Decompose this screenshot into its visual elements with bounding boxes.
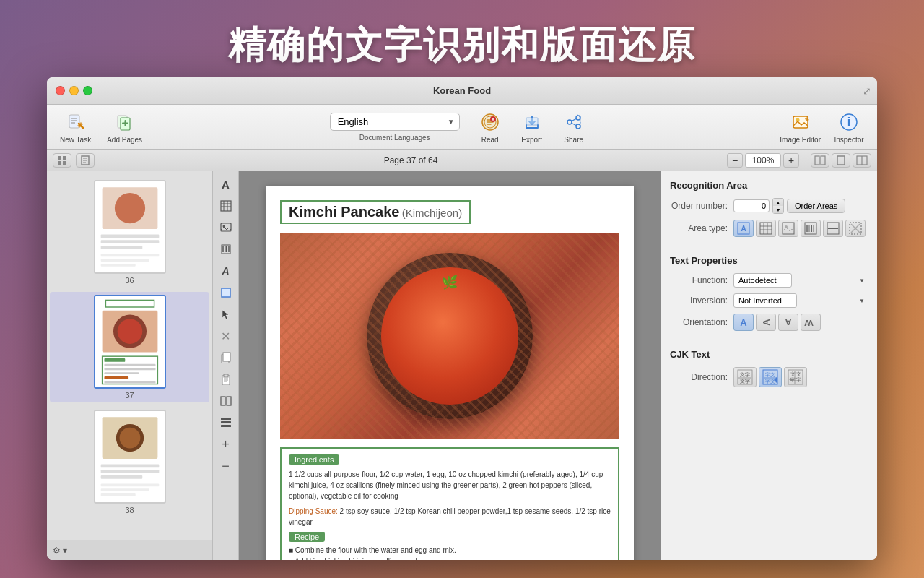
svg-rect-29 xyxy=(815,156,819,165)
clipboard-tool[interactable] xyxy=(216,369,236,389)
svg-rect-62 xyxy=(100,483,159,486)
window-controls xyxy=(56,86,92,95)
zoom-in-btn[interactable]: + xyxy=(783,153,799,168)
order-number-input[interactable] xyxy=(733,199,770,212)
plus-tool[interactable]: + xyxy=(216,434,236,454)
thumbnail-item-37[interactable]: 37 xyxy=(50,292,209,402)
cross-tool[interactable]: ✕ xyxy=(216,326,236,346)
sidebar-footer: ⚙ ▾ xyxy=(47,540,212,560)
single-view-btn[interactable] xyxy=(832,153,850,168)
thumbnail-view-btn[interactable] xyxy=(53,153,71,168)
thumbnail-img-36 xyxy=(94,180,166,274)
recipe-step2: ■ Add kimchi, kimchi juice, scallions an… xyxy=(289,556,611,560)
inversion-select-wrap: Not Inverted Inverted xyxy=(733,293,868,308)
toolbar: New Task Add Pages English Korean C xyxy=(47,105,877,150)
divider-1 xyxy=(670,246,868,246)
orient-mirror[interactable]: A A xyxy=(801,314,821,331)
export-button[interactable]: Export xyxy=(513,108,551,147)
orient-180[interactable]: A xyxy=(778,314,798,331)
thumbnail-item-36[interactable]: 36 xyxy=(50,177,209,288)
settings-button[interactable]: ⚙ ▾ xyxy=(53,545,67,556)
columns-tool[interactable] xyxy=(216,391,236,411)
image-tool[interactable] xyxy=(216,217,236,238)
area-type-row: Area type: A xyxy=(670,220,868,237)
nav-right-icons xyxy=(811,153,871,168)
recipe-step1: ■ Combine the flour with the water and e… xyxy=(289,545,611,556)
language-select-wrap: English Korean Chinese Japanese ▼ xyxy=(330,113,460,131)
area-type-ignore[interactable] xyxy=(845,220,866,237)
stepper-down[interactable]: ▼ xyxy=(773,206,783,213)
dir-horizontal[interactable]: 文 字 文 字 xyxy=(733,367,757,387)
function-label: Function: xyxy=(670,275,728,285)
svg-text:字: 字 xyxy=(745,379,750,384)
area-type-separator[interactable] xyxy=(823,220,843,237)
ingredients-text: 1 1/2 cups all-purpose flour, 1/2 cup wa… xyxy=(289,469,611,501)
image-editor-button[interactable]: Image Editor xyxy=(774,108,827,147)
zoom-out-btn[interactable]: − xyxy=(727,153,743,168)
stepper-up[interactable]: ▲ xyxy=(773,199,783,206)
svg-text:A: A xyxy=(740,317,747,328)
inspector-icon: i xyxy=(837,111,860,134)
image-editor-icon xyxy=(789,111,812,134)
settings-tool[interactable] xyxy=(216,413,236,433)
order-areas-button[interactable]: Order Areas xyxy=(787,199,845,213)
add-pages-button[interactable]: Add Pages xyxy=(101,108,148,147)
orient-normal[interactable]: A xyxy=(733,314,754,331)
svg-text:A: A xyxy=(785,316,792,327)
dir-vertical[interactable]: 文 字 文 字 xyxy=(784,367,807,387)
svg-rect-30 xyxy=(821,156,825,165)
inspector-button[interactable]: i Inspector xyxy=(828,108,870,147)
svg-rect-23 xyxy=(58,161,61,165)
thumbnail-item-38[interactable]: 38 xyxy=(50,407,209,517)
area-type-text[interactable]: A xyxy=(733,220,754,237)
new-task-label: New Task xyxy=(60,136,91,144)
page-view-btn[interactable] xyxy=(76,153,95,168)
area-type-image[interactable] xyxy=(778,220,798,237)
tools-panel: A xyxy=(213,171,239,560)
svg-rect-60 xyxy=(100,470,159,473)
column-view-btn[interactable] xyxy=(811,153,829,168)
minus-tool[interactable]: − xyxy=(216,456,236,476)
close-button[interactable] xyxy=(56,86,65,95)
thumbnail-num-37: 37 xyxy=(125,391,134,400)
recognition-area-title: Recognition Area xyxy=(670,180,868,191)
inversion-select[interactable]: Not Inverted Inverted xyxy=(733,293,797,308)
text-italic-tool[interactable]: A xyxy=(216,261,236,281)
new-task-button[interactable]: New Task xyxy=(54,108,97,147)
svg-text:文: 文 xyxy=(796,371,801,376)
copy-tool[interactable] xyxy=(216,348,236,368)
svg-rect-77 xyxy=(222,288,230,297)
thumbnail-list: 36 xyxy=(47,171,212,540)
share-icon xyxy=(562,111,585,134)
rectangle-tool[interactable] xyxy=(216,282,236,303)
read-button[interactable]: Read xyxy=(471,108,509,147)
svg-text:A: A xyxy=(804,319,810,327)
svg-rect-52 xyxy=(104,372,139,374)
svg-rect-87 xyxy=(221,418,231,420)
direction-group: 文 字 文 字 字 文 字 文 xyxy=(733,367,807,387)
svg-rect-64 xyxy=(100,493,135,496)
split-view-btn[interactable] xyxy=(853,153,871,168)
svg-text:文: 文 xyxy=(770,379,775,384)
food-content: 🌿 xyxy=(381,267,518,405)
orientation-label: Orientation: xyxy=(670,317,728,327)
fullscreen-icon[interactable]: ⤢ xyxy=(863,85,871,97)
svg-rect-86 xyxy=(227,397,231,405)
text-tool[interactable]: A xyxy=(216,174,236,194)
barcode-tool[interactable] xyxy=(216,239,236,259)
pointer-tool[interactable] xyxy=(216,304,236,324)
maximize-button[interactable] xyxy=(83,86,92,95)
area-type-table[interactable] xyxy=(756,220,776,237)
area-type-barcode[interactable] xyxy=(801,220,821,237)
svg-rect-31 xyxy=(837,156,845,165)
dir-horizontal-rtl[interactable]: 字 文 字 文 xyxy=(759,367,782,387)
orient-90[interactable]: A xyxy=(756,314,776,331)
table-tool[interactable] xyxy=(216,196,236,216)
share-button[interactable]: Share xyxy=(555,108,593,147)
language-select[interactable]: English Korean Chinese Japanese xyxy=(330,113,460,131)
minimize-button[interactable] xyxy=(69,86,79,95)
export-icon xyxy=(520,111,544,134)
inversion-row: Inversion: Not Inverted Inverted xyxy=(670,293,868,308)
function-select[interactable]: Autodetect Text OCR xyxy=(733,273,792,288)
dipping-sauce: Dipping Sauce: 2 tsp soy sauce, 1/2 tsp … xyxy=(289,506,611,527)
